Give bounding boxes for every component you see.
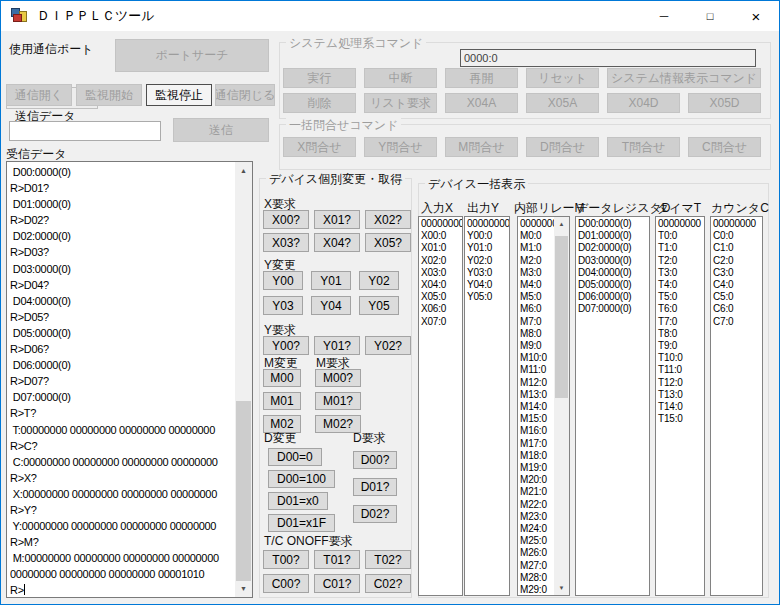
system-command-button[interactable]: X05D: [688, 93, 761, 113]
batch-query-button[interactable]: Y問合せ: [364, 137, 437, 157]
counter-c-listbox[interactable]: 00000000C0:0C1:0C2:0C3:0C4:0C5:0C6:0C7:0: [710, 216, 763, 596]
batch-query-button[interactable]: D問合せ: [526, 137, 599, 157]
send-data-input[interactable]: [9, 121, 161, 141]
list-item: M6:0: [519, 303, 554, 315]
port-search-button[interactable]: ポートサーチ: [115, 39, 269, 72]
list-item: C5:0: [712, 291, 761, 303]
relay-m-scrollbar-thumb[interactable]: [555, 236, 568, 398]
receive-line: X:00000000 00000000 00000000 00000000: [10, 486, 234, 502]
tc-request-button[interactable]: C00?: [263, 574, 309, 593]
tc-request-button[interactable]: T02?: [365, 550, 411, 569]
d-change-button[interactable]: D00=0: [268, 448, 322, 466]
x-request-button[interactable]: X02?: [365, 210, 411, 229]
receive-scrollbar[interactable]: ▲ ▼: [235, 162, 252, 597]
abort-button[interactable]: 中断: [364, 68, 437, 88]
d-change-button[interactable]: D01=x0: [268, 492, 328, 510]
d-change-button[interactable]: D00=100: [268, 470, 335, 488]
receive-line: C:00000000 00000000 00000000 00000000: [10, 454, 234, 470]
tc-request-button[interactable]: C02?: [365, 574, 411, 593]
scroll-up-icon[interactable]: ▲: [554, 217, 569, 231]
system-command-button[interactable]: 削除: [283, 93, 356, 113]
list-item: C7:0: [712, 316, 761, 328]
system-status-field[interactable]: 0000:0: [460, 49, 756, 67]
list-item: M7:0: [519, 316, 554, 328]
y-change-button[interactable]: Y00: [263, 271, 303, 290]
receive-line: T:00000000 00000000 00000000 00000000: [10, 422, 234, 438]
relay-m-listbox[interactable]: 00000000M0:0M1:0M2:0M3:0M4:0M5:0M6:0M7:0…: [517, 216, 570, 596]
tc-request-button[interactable]: C01?: [314, 574, 360, 593]
monitor-stop-button[interactable]: 監視停止: [146, 84, 212, 106]
x-request-button[interactable]: X03?: [263, 233, 309, 252]
batch-query-button[interactable]: C問合せ: [688, 137, 761, 157]
output-y-listbox[interactable]: 00000000Y00:0Y01:0Y02:0Y03:0Y04:0Y05:0: [464, 216, 510, 596]
timer-t-listbox[interactable]: 00000000T0:0T1:0T2:0T3:0T4:0T5:0T6:0T7:0…: [655, 216, 705, 596]
batch-query-button[interactable]: X問合せ: [283, 137, 356, 157]
tc-request-button[interactable]: T01?: [314, 550, 360, 569]
system-command-row2: 削除リスト要求X04AX05AX04DX05D: [283, 93, 761, 113]
system-command-button[interactable]: X04A: [445, 93, 518, 113]
tc-request-label: T/C ONOFF要求: [264, 533, 353, 550]
y-request-button[interactable]: Y02?: [365, 336, 411, 355]
reset-button[interactable]: リセット: [526, 68, 599, 88]
receive-data-textbox[interactable]: D00:0000(0)R>D01? D01:0000(0)R>D02? D02:…: [6, 161, 253, 598]
d-request-column: D00?D01?D02?: [353, 451, 397, 523]
y-change-button[interactable]: Y01: [311, 271, 351, 290]
comm-open-button[interactable]: 通信開く: [6, 84, 72, 106]
scroll-down-icon[interactable]: ▼: [235, 580, 252, 597]
x-request-button[interactable]: X04?: [314, 233, 360, 252]
y-request-button[interactable]: Y01?: [314, 336, 360, 355]
y-change-button[interactable]: Y03: [263, 296, 303, 315]
receive-line: R>D02?: [10, 212, 234, 228]
list-item: M3:0: [519, 267, 554, 279]
list-item: M10:0: [519, 352, 554, 364]
y-request-button[interactable]: Y00?: [263, 336, 309, 355]
list-item: M12:0: [519, 377, 554, 389]
tc-request-grid: T00?T01?T02?C00?C01?C02?: [263, 550, 415, 593]
list-item: D02:0000(0): [577, 242, 648, 254]
d-request-button[interactable]: D00?: [353, 451, 397, 469]
list-item: T12:0: [657, 377, 703, 389]
maximize-button[interactable]: □: [687, 1, 733, 31]
comm-close-button[interactable]: 通信閉じる: [215, 84, 275, 106]
system-command-button[interactable]: X04D: [607, 93, 680, 113]
x-request-button[interactable]: X00?: [263, 210, 309, 229]
system-info-button[interactable]: システム情報表示コマンド: [607, 68, 761, 88]
m-request-button[interactable]: M01?: [315, 392, 361, 410]
monitor-start-button[interactable]: 監視開始: [76, 84, 142, 106]
exec-button[interactable]: 実行: [283, 68, 356, 88]
resume-button[interactable]: 再開: [445, 68, 518, 88]
list-item: D00:0000(0): [577, 218, 648, 230]
receive-line: Y:00000000 00000000 00000000 00000000: [10, 518, 234, 534]
d-change-button[interactable]: D01=x1F: [268, 514, 335, 532]
d-request-button[interactable]: D02?: [353, 505, 397, 523]
send-button[interactable]: 送信: [173, 118, 269, 142]
list-item: X01:0: [420, 242, 461, 254]
relay-m-scrollbar[interactable]: ▲ ▼: [554, 217, 569, 595]
minimize-button[interactable]: ─: [641, 1, 687, 31]
batch-query-button[interactable]: T問合せ: [607, 137, 680, 157]
system-command-button[interactable]: X05A: [526, 93, 599, 113]
close-button[interactable]: ×: [733, 1, 779, 31]
input-x-listbox[interactable]: 00000000X00:0X01:0X02:0X03:0X04:0X05:0X0…: [418, 216, 463, 596]
y-change-button[interactable]: Y02: [359, 271, 399, 290]
list-item: M26:0: [519, 547, 554, 559]
m-request-button[interactable]: M00?: [315, 369, 361, 387]
m-change-button[interactable]: M01: [263, 392, 301, 410]
scroll-up-icon[interactable]: ▲: [235, 162, 252, 179]
x-request-button[interactable]: X01?: [314, 210, 360, 229]
batch-query-button[interactable]: M問合せ: [445, 137, 518, 157]
d-change-label: D変更: [264, 430, 297, 447]
y-change-button[interactable]: Y05: [359, 296, 399, 315]
list-item: X06:0: [420, 303, 461, 315]
tc-request-button[interactable]: T00?: [263, 550, 309, 569]
receive-line: R>M?: [10, 534, 234, 550]
list-item: T10:0: [657, 352, 703, 364]
register-d-listbox[interactable]: D00:0000(0)D01:0000(0)D02:0000(0)D03:000…: [575, 216, 650, 596]
y-change-button[interactable]: Y04: [311, 296, 351, 315]
x-request-button[interactable]: X05?: [365, 233, 411, 252]
d-request-button[interactable]: D01?: [353, 478, 397, 496]
m-change-button[interactable]: M00: [263, 369, 301, 387]
receive-scrollbar-thumb[interactable]: [236, 401, 251, 581]
scroll-down-icon[interactable]: ▼: [554, 581, 569, 595]
system-command-button[interactable]: リスト要求: [364, 93, 437, 113]
